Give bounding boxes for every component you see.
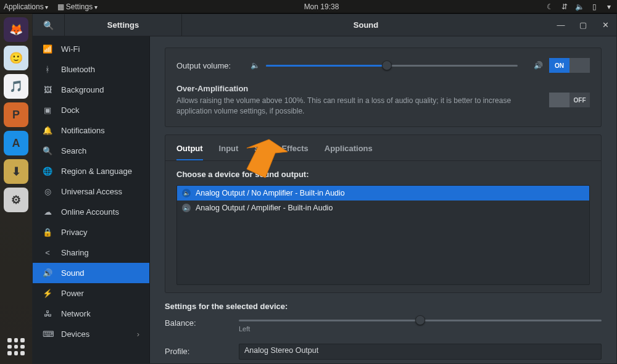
background-icon: 🖼: [43, 85, 52, 94]
current-app-menu[interactable]: ▦ Settings: [57, 2, 97, 11]
sidebar-item-privacy[interactable]: 🔒Privacy: [33, 222, 149, 242]
output-device-item[interactable]: 🔈Analog Output / No Amplifier - Built-in…: [177, 186, 589, 201]
dock-app-files[interactable]: 🙂: [4, 46, 28, 70]
window-title-right: Sound: [182, 20, 550, 30]
battery-icon[interactable]: ▯: [590, 2, 598, 11]
sidebar-item-dock[interactable]: ▣Dock: [33, 100, 149, 120]
online-accounts-icon: ☁: [43, 207, 52, 217]
wi-fi-icon: 📶: [43, 44, 52, 54]
dock-app-install[interactable]: ⬇: [4, 159, 28, 184]
volume-low-icon: 🔈: [251, 61, 260, 70]
universal-access-icon: ◎: [43, 187, 52, 196]
system-menu-caret[interactable]: ▾: [605, 2, 613, 11]
sound-tabs: OutputInputSound EffectsApplications: [165, 135, 601, 161]
night-mode-icon[interactable]: ☾: [545, 2, 554, 11]
profile-label: Profile:: [165, 347, 233, 356]
bluetooth-icon: ᚼ: [43, 65, 52, 74]
dock-app-presentations[interactable]: P: [4, 102, 28, 127]
balance-slider[interactable]: [239, 320, 602, 321]
speaker-icon: 🔈: [182, 189, 191, 197]
selected-device-settings-label: Settings for the selected device:: [165, 302, 602, 311]
sidebar-item-label: Online Accounts: [61, 207, 119, 217]
tab-input[interactable]: Input: [219, 144, 239, 160]
output-volume-label: Output volume:: [176, 61, 244, 70]
sidebar-item-label: Universal Access: [61, 187, 122, 196]
sidebar-item-label: Sound: [61, 268, 85, 278]
sidebar-item-notifications[interactable]: 🔔Notifications: [33, 120, 149, 141]
sidebar-item-background[interactable]: 🖼Background: [33, 80, 149, 100]
sidebar-item-label: Dock: [61, 105, 80, 115]
over-amplification-title: Over-Amplification: [176, 84, 543, 93]
sidebar-item-power[interactable]: ⚡Power: [33, 283, 149, 304]
profile-select[interactable]: Analog Stereo Output: [239, 344, 602, 360]
power-icon: ⚡: [43, 289, 52, 298]
dock-app-firefox[interactable]: 🦊: [4, 17, 28, 42]
sidebar-item-devices[interactable]: ⌨Devices›: [33, 324, 149, 344]
settings-sidebar: 📶Wi-FiᚼBluetooth🖼Background▣Dock🔔Notific…: [33, 36, 150, 363]
device-label: Analog Output / No Amplifier - Built-in …: [196, 189, 345, 197]
dock: 🦊🙂🎵PA⬇⚙: [0, 14, 32, 364]
dock-icon: ▣: [43, 105, 52, 115]
sound-icon: 🔊: [43, 268, 52, 278]
tab-output[interactable]: Output: [176, 144, 203, 160]
sidebar-item-label: Background: [61, 85, 104, 94]
sidebar-item-search[interactable]: 🔍Search: [33, 141, 149, 161]
over-amplification-toggle[interactable]: OFF: [549, 93, 590, 107]
search-button[interactable]: 🔍: [33, 14, 65, 36]
system-topbar: Applications ▦ Settings Mon 19:38 ☾ ⇵ 🔈 …: [0, 0, 617, 14]
tab-applications[interactable]: Applications: [325, 144, 373, 160]
window-titlebar: 🔍 Settings Sound — ▢ ✕: [33, 14, 616, 36]
volume-icon[interactable]: 🔈: [575, 2, 584, 11]
sidebar-item-label: Bluetooth: [61, 65, 95, 74]
applications-menu[interactable]: Applications: [4, 2, 49, 11]
tab-sound-effects[interactable]: Sound Effects: [254, 144, 308, 160]
privacy-icon: 🔒: [43, 228, 52, 237]
network-icon[interactable]: ⇵: [560, 2, 569, 11]
sidebar-item-label: Search: [61, 146, 86, 155]
devices-icon: ⌨: [43, 329, 52, 339]
sidebar-item-network[interactable]: 🖧Network: [33, 304, 149, 324]
dock-app-app-store[interactable]: A: [4, 131, 28, 155]
settings-window: 🔍 Settings Sound — ▢ ✕ 📶Wi-FiᚼBluetooth🖼…: [32, 14, 617, 364]
network-icon: 🖧: [43, 309, 52, 318]
sidebar-item-bluetooth[interactable]: ᚼBluetooth: [33, 59, 149, 80]
device-label: Analog Output / Amplifier - Built-in Aud…: [196, 204, 333, 212]
output-volume-slider[interactable]: [266, 65, 518, 67]
chevron-right-icon: ›: [137, 329, 139, 339]
sidebar-item-online-accounts[interactable]: ☁Online Accounts: [33, 202, 149, 222]
output-device-list[interactable]: 🔈Analog Output / No Amplifier - Built-in…: [176, 185, 590, 285]
choose-device-label: Choose a device for sound output:: [176, 170, 590, 179]
sidebar-item-label: Devices: [61, 329, 89, 339]
output-volume-toggle[interactable]: ON: [549, 58, 590, 73]
window-title-left: Settings: [65, 14, 182, 36]
balance-label: Balance:: [165, 316, 233, 328]
sidebar-item-wi-fi[interactable]: 📶Wi-Fi: [33, 39, 149, 59]
dock-app-music[interactable]: 🎵: [4, 74, 28, 99]
balance-left-label: Left: [239, 325, 602, 333]
close-button[interactable]: ✕: [594, 14, 616, 36]
speaker-icon: 🔈: [182, 204, 191, 212]
sidebar-item-universal-access[interactable]: ◎Universal Access: [33, 181, 149, 202]
sidebar-item-label: Privacy: [61, 228, 88, 237]
sound-tabs-panel: OutputInputSound EffectsApplications Cho…: [165, 134, 602, 293]
dock-app-settings[interactable]: ⚙: [4, 188, 28, 212]
notifications-icon: 🔔: [43, 126, 52, 135]
show-applications-button[interactable]: [5, 336, 27, 358]
search-icon: 🔍: [43, 146, 52, 155]
sidebar-item-label: Sharing: [61, 248, 89, 257]
maximize-button[interactable]: ▢: [572, 14, 594, 36]
sharing-icon: <: [43, 248, 52, 257]
clock[interactable]: Mon 19:38: [97, 2, 545, 11]
over-amplification-description: Allows raising the volume above 100%. Th…: [176, 96, 543, 117]
output-volume-panel: Output volume: 🔈 🔊 ON: [165, 48, 602, 127]
sidebar-item-region-language[interactable]: 🌐Region & Language: [33, 161, 149, 181]
region-language-icon: 🌐: [43, 167, 52, 176]
sidebar-item-sharing[interactable]: <Sharing: [33, 242, 149, 263]
settings-content: Output volume: 🔈 🔊 ON: [150, 36, 616, 363]
volume-high-icon: 🔊: [534, 61, 543, 70]
sidebar-item-sound[interactable]: 🔊Sound: [33, 263, 149, 283]
output-device-item[interactable]: 🔈Analog Output / Amplifier - Built-in Au…: [177, 201, 589, 215]
minimize-button[interactable]: —: [550, 14, 572, 36]
sidebar-item-label: Notifications: [61, 126, 105, 135]
sidebar-item-label: Wi-Fi: [61, 44, 80, 54]
